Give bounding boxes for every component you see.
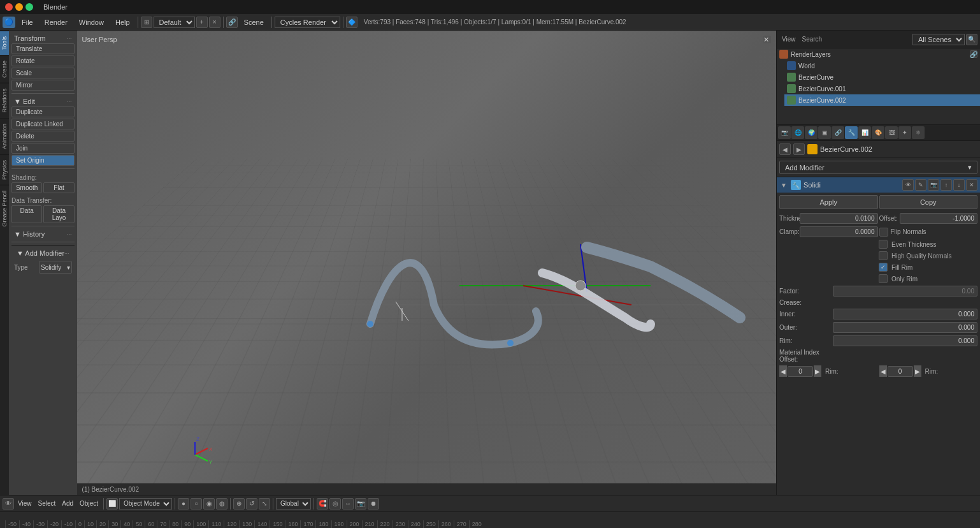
mod-viewport-btn[interactable]: 👁 xyxy=(902,179,914,191)
flat-btn[interactable]: Flat xyxy=(43,182,74,193)
all-scenes-select[interactable]: All Scenes xyxy=(912,34,965,45)
even-thickness-checkbox[interactable] xyxy=(879,240,888,249)
transform-manipulator-btn[interactable]: ⊕ xyxy=(233,498,245,510)
fill-rim-checkbox[interactable]: ✓ xyxy=(879,263,888,272)
renderlayers-link-icon[interactable]: 🔗 xyxy=(970,50,977,58)
tab-material[interactable]: 🎨 xyxy=(872,126,884,139)
rim-value[interactable]: 0.000 xyxy=(833,335,977,346)
history-section-header[interactable]: ▼ History ··· xyxy=(11,229,75,239)
rotate-btn[interactable]: Rotate xyxy=(11,55,75,66)
rim1-increment[interactable]: ▶ xyxy=(814,365,821,377)
render-engine-select[interactable]: Cycles Render xyxy=(275,17,340,28)
viewport[interactable]: User Persp ✕ xyxy=(77,31,776,495)
scale-btn[interactable]: Scale xyxy=(11,68,75,78)
add-menu-btn[interactable]: Add xyxy=(59,499,76,508)
tree-item-beziercurve002[interactable]: BezierCurve.002 xyxy=(784,94,980,106)
tab-constraints[interactable]: 🔗 xyxy=(832,126,844,139)
tab-tools[interactable]: Tools xyxy=(0,31,9,55)
search-icon[interactable]: 🔍 xyxy=(966,34,977,45)
mod-move-down-btn[interactable]: ↓ xyxy=(953,179,965,191)
tab-particles[interactable]: ✦ xyxy=(898,126,911,139)
flip-normals-checkbox[interactable] xyxy=(879,228,888,237)
data-btn[interactable]: Data xyxy=(11,205,42,223)
tab-relations[interactable]: Relations xyxy=(0,83,9,118)
maximize-button[interactable] xyxy=(25,3,33,11)
help-menu[interactable]: Help xyxy=(110,17,135,27)
high-quality-normals-checkbox[interactable] xyxy=(879,251,888,260)
data-layo-btn[interactable]: Data Layo xyxy=(43,205,74,223)
tab-create[interactable]: Create xyxy=(0,55,9,83)
edit-section-header[interactable]: ▼ Edit ··· xyxy=(11,96,75,106)
viewport-close-btn[interactable]: ✕ xyxy=(763,36,771,43)
inner-value[interactable]: 0.000 xyxy=(833,309,977,319)
nav-right-icon[interactable]: ▶ xyxy=(793,143,805,155)
offset-value[interactable]: -1.0000 xyxy=(900,213,978,224)
proportional-btn[interactable]: ◎ xyxy=(329,498,341,510)
tab-physics[interactable]: Physics xyxy=(0,154,9,185)
tab-scene[interactable]: 🌐 xyxy=(791,126,804,139)
duplicate-btn[interactable]: Duplicate xyxy=(11,106,75,117)
scene-label[interactable]: Scene xyxy=(239,17,269,27)
tab-modifiers[interactable]: 🔧 xyxy=(845,126,858,139)
translate-btn[interactable]: Translate xyxy=(11,43,75,54)
close-button[interactable] xyxy=(5,3,13,11)
mod-render-btn[interactable]: 📷 xyxy=(928,179,939,191)
object-mode-select[interactable]: Object Mode xyxy=(119,498,172,510)
smooth-btn[interactable]: Smooth xyxy=(11,182,42,193)
only-rim-checkbox[interactable] xyxy=(879,274,888,283)
tab-texture[interactable]: 🖼 xyxy=(885,126,898,139)
layout-icon[interactable]: ⊞ xyxy=(141,17,152,28)
rotate-manipulator-btn[interactable]: ↺ xyxy=(246,498,257,510)
solid-shade-btn[interactable]: ● xyxy=(178,498,189,510)
tree-item-beziercurve001[interactable]: BezierCurve.001 xyxy=(784,83,980,94)
tab-animation[interactable]: Animation xyxy=(0,118,9,154)
apply-button[interactable]: Apply xyxy=(779,195,878,209)
set-origin-btn[interactable]: Set Origin xyxy=(11,155,75,166)
duplicate-linked-btn[interactable]: Duplicate Linked xyxy=(11,119,75,129)
search-btn[interactable]: Search xyxy=(800,34,825,44)
rim2-increment[interactable]: ▶ xyxy=(914,365,921,377)
render-btn[interactable]: ◍ xyxy=(216,498,227,510)
minimize-button[interactable] xyxy=(15,3,23,11)
tab-grease-pencil[interactable]: Grease Pencil xyxy=(0,185,9,232)
join-btn[interactable]: Join xyxy=(11,143,75,154)
rim1-decrement[interactable]: ◀ xyxy=(779,365,787,377)
tree-item-renderlayers[interactable]: RenderLayers 🔗 xyxy=(777,48,980,60)
file-menu[interactable]: File xyxy=(17,17,38,27)
material-btn[interactable]: ◉ xyxy=(203,498,215,510)
nav-left-icon[interactable]: ◀ xyxy=(779,143,791,155)
tree-item-world[interactable]: World xyxy=(784,60,980,71)
rim1-value[interactable]: 0 xyxy=(788,366,813,377)
view-btn[interactable]: View xyxy=(779,34,798,44)
add-modifier-button[interactable]: Add Modifier ▾ xyxy=(779,161,977,174)
global-select[interactable]: Global xyxy=(276,498,311,510)
tab-data[interactable]: 📊 xyxy=(858,126,871,139)
tab-physics[interactable]: ⚛ xyxy=(912,126,925,139)
object-menu-btn[interactable]: Object xyxy=(77,499,101,508)
mod-move-up-btn[interactable]: ↑ xyxy=(940,179,952,191)
mirror-btn[interactable]: Mirror xyxy=(11,80,75,91)
transform-section-header[interactable]: Transform ··· xyxy=(11,33,75,43)
delete-btn[interactable]: Delete xyxy=(11,131,75,142)
tab-object[interactable]: ▣ xyxy=(818,126,831,139)
tab-render[interactable]: 📷 xyxy=(778,126,791,139)
camera-btn[interactable]: 📷 xyxy=(355,498,366,510)
solidify-select[interactable]: Solidify ▾ xyxy=(39,261,72,274)
blender-icon[interactable]: 🔵 xyxy=(3,17,15,28)
record-btn[interactable]: ⏺ xyxy=(368,498,379,510)
scale-manipulator-btn[interactable]: ⤡ xyxy=(259,498,270,510)
link-icon[interactable]: 🔗 xyxy=(226,17,238,28)
view-menu-btn[interactable]: View xyxy=(15,499,34,508)
tree-item-beziercurve[interactable]: BezierCurve xyxy=(784,71,980,83)
add-modifier-section-header[interactable]: ▼ Add Modifier ··· xyxy=(14,248,72,258)
window-mode-select[interactable]: Default xyxy=(154,17,195,28)
mirror-x-btn[interactable]: ↔ xyxy=(342,498,354,510)
copy-button[interactable]: Copy xyxy=(879,195,978,209)
view-icon[interactable]: 👁 xyxy=(3,498,14,510)
outer-value[interactable]: 0.000 xyxy=(833,322,977,333)
tab-world[interactable]: 🌍 xyxy=(805,126,818,139)
render-menu[interactable]: Render xyxy=(40,17,73,27)
rim2-decrement[interactable]: ◀ xyxy=(879,365,887,377)
mod-editmode-btn[interactable]: ✎ xyxy=(915,179,926,191)
rim2-value[interactable]: 0 xyxy=(888,366,913,377)
